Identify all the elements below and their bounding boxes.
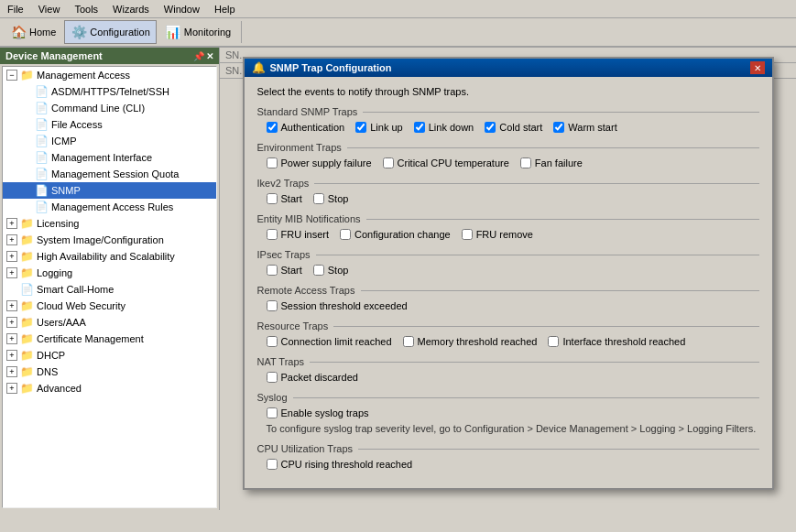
tree-item[interactable]: +📁Users/AAA xyxy=(3,314,216,331)
expand-icon[interactable]: + xyxy=(6,234,17,245)
tree-item[interactable]: +📁Licensing xyxy=(3,215,216,232)
trap-checkbox[interactable] xyxy=(267,300,278,311)
menu-file[interactable]: File xyxy=(0,2,31,16)
tree-item[interactable]: +📁DNS xyxy=(3,364,216,380)
dialog-title-bar: 🔔 SNMP Trap Configuration ✕ xyxy=(245,59,772,77)
tree-item[interactable]: 📄Management Session Quota xyxy=(3,166,216,182)
tree-item[interactable]: +📁Logging xyxy=(3,265,216,281)
tree-label: Smart Call-Home xyxy=(37,284,114,295)
trap-checkbox[interactable] xyxy=(355,122,366,133)
menu-view[interactable]: View xyxy=(31,2,68,16)
trap-checkbox[interactable] xyxy=(553,122,564,133)
tree-item[interactable]: 📄ICMP xyxy=(3,133,216,149)
tree-item[interactable]: +📁High Availability and Scalability xyxy=(3,248,216,265)
trap-checkbox[interactable] xyxy=(313,193,324,204)
tree-item[interactable]: 📄Management Interface xyxy=(3,149,216,166)
trap-label: Cold start xyxy=(499,122,542,133)
trap-label: Warm start xyxy=(568,122,616,133)
toolbar-separator xyxy=(241,21,242,43)
expand-icon[interactable]: + xyxy=(6,218,17,229)
trap-section: CPU Utilization TrapsCPU rising threshol… xyxy=(257,443,759,470)
trap-checkbox[interactable] xyxy=(267,122,278,133)
left-panel: Device Management 📌 ✕ −📁Management Acces… xyxy=(0,48,220,510)
expand-icon[interactable]: + xyxy=(6,366,17,377)
menu-wizards[interactable]: Wizards xyxy=(105,2,157,16)
trap-checkbox[interactable] xyxy=(462,229,473,240)
close-panel-icon[interactable]: ✕ xyxy=(206,51,213,61)
tree-item[interactable]: −📁Management Access xyxy=(3,67,216,83)
trap-item: Connection limit reached xyxy=(267,336,392,347)
trap-checkbox[interactable] xyxy=(520,157,531,168)
trap-item: Stop xyxy=(313,193,349,204)
folder-icon: 📁 xyxy=(19,216,34,231)
home-button[interactable]: 🏠 Home xyxy=(4,20,62,44)
trap-checkbox[interactable] xyxy=(267,459,278,470)
pin-icon[interactable]: 📌 xyxy=(193,51,204,61)
tree-label: DHCP xyxy=(37,350,65,361)
right-content: SN... SN... 🔔 SNMP Trap Configuration ✕ … xyxy=(220,48,796,510)
trap-checkbox[interactable] xyxy=(548,336,559,347)
tree-item[interactable]: +📁Certificate Management xyxy=(3,331,216,347)
folder-icon: 📁 xyxy=(19,331,34,346)
expand-icon[interactable]: + xyxy=(6,267,17,278)
tree-item[interactable]: +📁System Image/Configuration xyxy=(3,232,216,248)
menu-bar: File View Tools Wizards Window Help xyxy=(0,0,796,18)
tree-label: Command Line (CLI) xyxy=(51,103,145,114)
item-icon: 📄 xyxy=(34,101,49,115)
trap-checkbox[interactable] xyxy=(383,157,394,168)
trap-section: Standard SNMP TrapsAuthenticationLink up… xyxy=(257,106,759,133)
trap-section: Resource TrapsConnection limit reachedMe… xyxy=(257,320,759,347)
tree-item[interactable]: 📄Command Line (CLI) xyxy=(3,100,216,116)
tree-item[interactable]: 📄Smart Call-Home xyxy=(3,281,216,298)
expand-icon[interactable]: + xyxy=(6,317,17,328)
tree-item[interactable]: 📄Management Access Rules xyxy=(3,199,216,215)
panel-header: Device Management 📌 ✕ xyxy=(0,48,219,64)
trap-checkbox[interactable] xyxy=(267,157,278,168)
tree-item[interactable]: +📁Advanced xyxy=(3,380,216,396)
expand-icon[interactable]: + xyxy=(6,333,17,344)
expand-icon[interactable]: − xyxy=(6,70,17,81)
menu-window[interactable]: Window xyxy=(157,2,207,16)
trap-checkbox[interactable] xyxy=(313,265,324,276)
trap-label: FRU insert xyxy=(281,229,330,240)
trap-section: NAT TrapsPacket discarded xyxy=(257,356,759,383)
trap-items: StartStop xyxy=(257,265,759,276)
trap-checkbox[interactable] xyxy=(267,193,278,204)
menu-help[interactable]: Help xyxy=(207,2,243,16)
trap-checkbox[interactable] xyxy=(267,229,278,240)
tree-label: ICMP xyxy=(51,136,77,147)
trap-checkbox[interactable] xyxy=(267,407,278,418)
dialog-description: Select the events to notify through SNMP… xyxy=(257,86,759,97)
folder-icon: 📁 xyxy=(19,315,34,330)
dialog-close-button[interactable]: ✕ xyxy=(750,61,765,74)
trap-label: Start xyxy=(281,265,302,276)
tree-item[interactable]: 📄File Access xyxy=(3,116,216,133)
expand-icon[interactable]: + xyxy=(6,300,17,311)
expand-icon[interactable]: + xyxy=(6,383,17,394)
monitoring-button[interactable]: 📊 Monitoring xyxy=(158,20,237,44)
trap-checkbox[interactable] xyxy=(267,372,278,383)
trap-label: Enable syslog traps xyxy=(281,407,369,418)
trap-checkbox[interactable] xyxy=(340,229,351,240)
tree-label: Logging xyxy=(37,267,72,278)
tree-item[interactable]: 📄SNMP xyxy=(3,182,216,199)
main-layout: Device Management 📌 ✕ −📁Management Acces… xyxy=(0,48,796,510)
tree-item[interactable]: 📄ASDM/HTTPS/Telnet/SSH xyxy=(3,83,216,100)
configuration-button[interactable]: ⚙️ Configuration xyxy=(64,20,156,44)
trap-checkbox[interactable] xyxy=(403,336,414,347)
trap-sections: Standard SNMP TrapsAuthenticationLink up… xyxy=(257,106,759,470)
trap-checkbox[interactable] xyxy=(414,122,425,133)
tree-label: File Access xyxy=(51,119,103,130)
expand-icon[interactable]: + xyxy=(6,350,17,361)
tree-label: System Image/Configuration xyxy=(37,234,164,245)
expand-icon[interactable]: + xyxy=(6,251,17,262)
trap-checkbox[interactable] xyxy=(485,122,496,133)
tree-item[interactable]: +📁Cloud Web Security xyxy=(3,298,216,314)
folder-icon: 📁 xyxy=(19,249,34,264)
item-icon: 📄 xyxy=(34,134,49,148)
menu-tools[interactable]: Tools xyxy=(67,2,105,16)
trap-checkbox[interactable] xyxy=(267,265,278,276)
tree-item[interactable]: +📁DHCP xyxy=(3,347,216,364)
trap-checkbox[interactable] xyxy=(267,336,278,347)
trap-item: Link down xyxy=(414,122,474,133)
